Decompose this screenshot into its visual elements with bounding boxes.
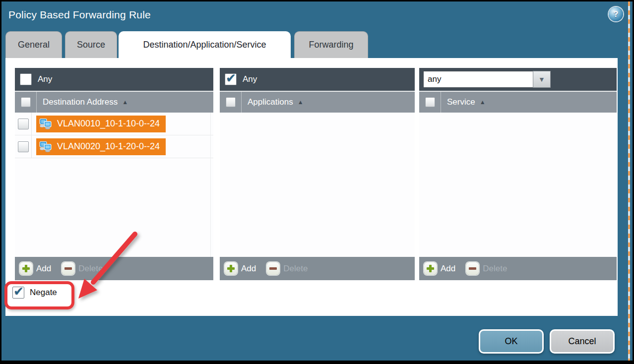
applications-any-checkbox[interactable]	[225, 73, 237, 85]
cancel-label: Cancel	[568, 336, 596, 347]
address-object-label: VLAN0020_10-1-20-0--24	[57, 141, 160, 152]
any-label: Any	[243, 74, 257, 84]
service-dropdown-header: any ▼	[419, 68, 617, 91]
add-plus-icon[interactable]	[225, 262, 237, 275]
add-button[interactable]: Add	[441, 264, 455, 274]
column-header-label: Destination Address	[43, 97, 118, 107]
add-button[interactable]: Add	[241, 264, 256, 274]
delete-minus-icon[interactable]	[267, 262, 279, 275]
service-panel: any ▼ Service ▲ Add Delete	[419, 68, 617, 280]
row-checkbox[interactable]	[18, 141, 29, 152]
negate-checkbox[interactable]	[12, 287, 24, 299]
help-button[interactable]: ?	[609, 7, 623, 21]
address-object-chip[interactable]: VLAN0010_10-1-10-0--24	[36, 116, 166, 132]
destination-address-panel: Any Destination Address ▲	[15, 68, 213, 280]
column-edge-line	[210, 113, 211, 257]
service-column-title[interactable]: Service ▲	[441, 92, 486, 113]
tab-content-area: Any Destination Address ▲	[5, 58, 618, 316]
tab-label: Source	[77, 40, 105, 50]
destination-select-all-checkbox[interactable]	[21, 97, 31, 107]
tab-label: Destination/Application/Service	[143, 40, 266, 50]
destination-column-title[interactable]: Destination Address ▲	[37, 92, 128, 113]
tab-general[interactable]: General	[5, 31, 62, 58]
tab-forwarding[interactable]: Forwarding	[294, 31, 368, 58]
any-label: Any	[38, 74, 52, 84]
add-plus-icon[interactable]	[424, 262, 437, 275]
service-list	[419, 113, 617, 257]
applications-column-header: Applications ▲	[220, 91, 415, 113]
applications-select-all-checkbox[interactable]	[226, 97, 236, 107]
delete-minus-icon[interactable]	[62, 262, 74, 275]
address-object-label: VLAN0010_10-1-10-0--24	[57, 119, 160, 129]
delete-button[interactable]: Delete	[483, 264, 507, 274]
sort-up-triangle-icon: ▲	[298, 99, 304, 105]
column-header-label: Applications	[248, 97, 293, 107]
chevron-down-icon: ▼	[538, 75, 545, 83]
applications-panel: Any Applications ▲ Add Delete	[220, 68, 415, 280]
edge-selection-dashes	[628, 1, 630, 361]
address-object-chip[interactable]: VLAN0020_10-1-20-0--24	[36, 138, 166, 155]
ok-button[interactable]: OK	[479, 329, 544, 354]
destination-column-header: Destination Address ▲	[15, 91, 213, 113]
dialog-title: Policy Based Forwarding Rule	[8, 9, 151, 21]
applications-any-header: Any	[220, 68, 415, 91]
destination-any-header: Any	[15, 68, 213, 91]
delete-minus-icon[interactable]	[466, 262, 479, 275]
destination-any-checkbox[interactable]	[20, 73, 32, 85]
service-footer: Add Delete	[419, 257, 617, 280]
service-column-header: Service ▲	[419, 91, 617, 113]
table-row[interactable]: VLAN0020_10-1-20-0--24	[15, 135, 213, 158]
delete-button[interactable]: Delete	[283, 264, 308, 274]
question-mark-icon: ?	[614, 10, 619, 19]
service-dropdown-value: any	[423, 71, 533, 88]
cancel-button[interactable]: Cancel	[550, 329, 615, 354]
add-plus-icon[interactable]	[20, 262, 32, 275]
dropdown-button[interactable]: ▼	[533, 71, 551, 88]
destination-footer: Add Delete	[15, 257, 213, 280]
sort-up-triangle-icon: ▲	[480, 99, 486, 105]
negate-label: Negate	[30, 288, 57, 298]
tab-label: General	[18, 40, 50, 50]
tab-destination-application-service[interactable]: Destination/Application/Service	[119, 31, 291, 58]
tab-source[interactable]: Source	[65, 31, 117, 58]
network-computers-icon	[39, 141, 53, 152]
network-computers-icon	[39, 118, 53, 129]
applications-footer: Add Delete	[220, 257, 415, 280]
service-select-all-checkbox[interactable]	[425, 97, 435, 107]
table-row[interactable]: VLAN0010_10-1-10-0--24	[15, 113, 213, 135]
screenshot-frame: Policy Based Forwarding Rule ? General S…	[0, 0, 634, 364]
sort-up-triangle-icon: ▲	[122, 99, 128, 105]
delete-button[interactable]: Delete	[78, 264, 103, 274]
destination-list: VLAN0010_10-1-10-0--24	[15, 113, 213, 257]
pbf-rule-dialog: Policy Based Forwarding Rule ? General S…	[1, 1, 633, 361]
service-dropdown[interactable]: any ▼	[423, 71, 551, 88]
ok-label: OK	[505, 336, 517, 347]
applications-column-title[interactable]: Applications ▲	[242, 92, 304, 113]
applications-list	[220, 113, 415, 257]
column-header-label: Service	[447, 97, 475, 107]
negate-control: Negate	[12, 287, 57, 299]
tab-label: Forwarding	[309, 40, 353, 50]
add-button[interactable]: Add	[36, 264, 51, 274]
row-checkbox[interactable]	[18, 119, 29, 129]
